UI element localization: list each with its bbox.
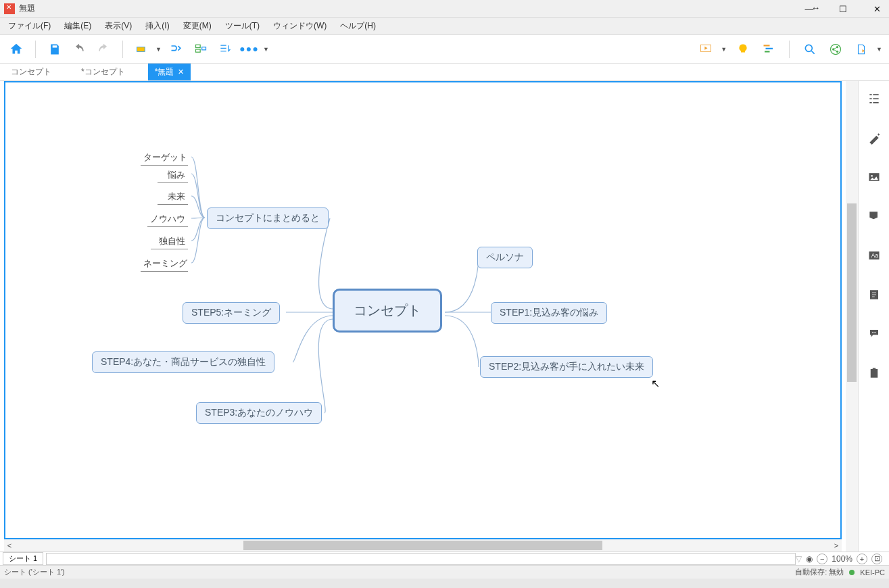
node-step2[interactable]: STEP2:見込み客が手に入れたい未来 (480, 356, 653, 378)
toolbar-separator (122, 41, 123, 58)
minimize-button[interactable]: — (800, 1, 819, 16)
export-icon[interactable] (852, 40, 871, 59)
svg-rect-2 (195, 49, 200, 52)
comments-icon[interactable] (866, 326, 882, 342)
svg-rect-6 (766, 47, 773, 49)
zoom-in-button[interactable]: + (857, 554, 867, 564)
sheet-bar: シート 1 ▽ ◉ − 100% + ⊡ (0, 552, 889, 565)
menu-view[interactable]: 表示(V) (99, 18, 137, 34)
zoom-fit-button[interactable]: ⊡ (871, 554, 882, 564)
home-icon[interactable] (7, 40, 26, 59)
svg-text:Aa: Aa (871, 252, 878, 259)
node-step3[interactable]: STEP3:あなたのノウハウ (196, 402, 322, 424)
outline-icon[interactable] (866, 91, 882, 107)
node-concept-summary[interactable]: コンセプトにまとめると (207, 207, 329, 229)
leaf-knowhow[interactable]: ノウハウ (147, 212, 188, 227)
svg-rect-0 (137, 47, 145, 51)
menu-help[interactable]: ヘルプ(H) (335, 18, 381, 34)
format-icon[interactable] (866, 130, 882, 146)
svg-point-18 (872, 332, 873, 333)
mindmap-canvas[interactable]: ターゲット 悩み 未来 ノウハウ 独自性 ネーミング コンセプトにまとめると S… (4, 81, 842, 539)
toolbar-separator (789, 41, 790, 58)
svg-rect-1 (195, 45, 200, 47)
undo-icon[interactable] (70, 40, 89, 59)
tab-concept-1[interactable]: コンセプト (4, 64, 58, 80)
redo-icon[interactable] (94, 40, 113, 59)
toolbar-separator (35, 41, 36, 58)
save-icon[interactable] (45, 40, 64, 59)
menu-insert[interactable]: 挿入(I) (140, 18, 174, 34)
task-icon[interactable] (866, 365, 882, 381)
scroll-right-icon[interactable]: > (831, 541, 842, 549)
marker-icon[interactable] (866, 208, 882, 224)
sheet-tab[interactable]: シート 1 (3, 552, 43, 565)
close-icon[interactable]: ✕ (178, 68, 184, 76)
autosave-status: 自動保存: 無効 (795, 567, 844, 577)
cursor-icon: ↖ (651, 377, 660, 390)
svg-rect-3 (202, 47, 206, 49)
svg-rect-21 (870, 369, 878, 378)
visibility-icon[interactable]: ◉ (806, 554, 813, 564)
svg-rect-5 (764, 45, 770, 46)
menu-window[interactable]: ウィンドウ(W) (268, 18, 332, 34)
window-title: 無題 (19, 3, 35, 14)
zoom-value: 100% (832, 554, 852, 564)
workspace: ターゲット 悩み 未来 ノウハウ 独自性 ネーミング コンセプトにまとめると S… (0, 81, 846, 552)
node-center[interactable]: コンセプト (333, 289, 442, 333)
scroll-left-icon[interactable]: < (4, 541, 15, 549)
sheet-name-input[interactable] (46, 553, 796, 565)
leaf-worry[interactable]: 悩み (158, 168, 188, 183)
gantt-icon[interactable] (759, 40, 778, 59)
svg-rect-7 (765, 51, 770, 52)
menu-file[interactable]: ファイル(F) (3, 18, 56, 34)
svg-point-14 (871, 175, 873, 177)
bottom-strip (0, 579, 889, 588)
status-bar: シート ('シート 1') 自動保存: 無効 KEI-PC (0, 565, 889, 579)
more-icon[interactable]: ••• (240, 40, 259, 59)
tab-label: *無題 (155, 66, 174, 78)
topic-icon[interactable] (133, 40, 151, 59)
search-icon[interactable] (800, 40, 819, 59)
side-panel: Aa (858, 81, 889, 552)
tab-untitled[interactable]: *無題 ✕ (148, 64, 191, 80)
presentation-icon[interactable] (696, 40, 715, 59)
tab-concept-2[interactable]: *コンセプト (74, 64, 132, 80)
leaf-unique[interactable]: 独自性 (151, 234, 188, 249)
horizontal-scrollbar[interactable]: < > (4, 539, 842, 552)
dropdown-caret-icon[interactable]: ▼ (263, 46, 269, 53)
menu-edit[interactable]: 編集(E) (59, 18, 97, 34)
menu-tool[interactable]: ツール(T) (220, 18, 265, 34)
leaf-future[interactable]: 未来 (158, 189, 188, 205)
node-step5[interactable]: STEP5:ネーミング (183, 302, 280, 324)
idea-icon[interactable] (734, 40, 752, 59)
dropdown-caret-icon[interactable]: ▼ (876, 46, 882, 53)
notes-icon[interactable] (866, 287, 882, 303)
leaf-naming[interactable]: ネーミング (141, 256, 188, 272)
filter-icon[interactable]: ▽ (796, 554, 802, 564)
scroll-thumb[interactable] (847, 203, 857, 382)
dropdown-caret-icon[interactable]: ▼ (721, 46, 727, 53)
maximize-button[interactable]: ☐ (834, 1, 852, 16)
zoom-out-button[interactable]: − (817, 554, 827, 564)
node-step1[interactable]: STEP1:見込み客の悩み (491, 302, 607, 324)
node-step4[interactable]: STEP4:あなた・商品サービスの独自性 (92, 351, 274, 373)
menubar: ファイル(F) 編集(E) 表示(V) 挿入(I) 変更(M) ツール(T) ウ… (0, 18, 889, 35)
breadcrumb: シート ('シート 1') (4, 567, 65, 577)
boundary-icon[interactable] (191, 40, 210, 59)
node-persona[interactable]: ペルソナ (477, 247, 533, 268)
relationship-icon[interactable] (167, 40, 186, 59)
scroll-track[interactable] (15, 541, 831, 550)
leaf-target[interactable]: ターゲット (141, 150, 188, 166)
scroll-thumb[interactable] (243, 541, 602, 550)
image-icon[interactable] (866, 169, 882, 185)
share-icon[interactable] (826, 40, 845, 59)
close-button[interactable]: ✕ (867, 1, 886, 16)
menu-change[interactable]: 変更(M) (178, 18, 217, 34)
dropdown-caret-icon[interactable]: ▼ (155, 46, 162, 53)
toolbar: ▼ ••• ▼ ▼ ▼ (0, 35, 889, 64)
vertical-scrollbar[interactable] (846, 81, 858, 552)
summary-icon[interactable] (216, 40, 235, 59)
text-style-icon[interactable]: Aa (866, 247, 882, 264)
svg-point-9 (831, 44, 841, 54)
connection-dot-icon (849, 570, 855, 575)
